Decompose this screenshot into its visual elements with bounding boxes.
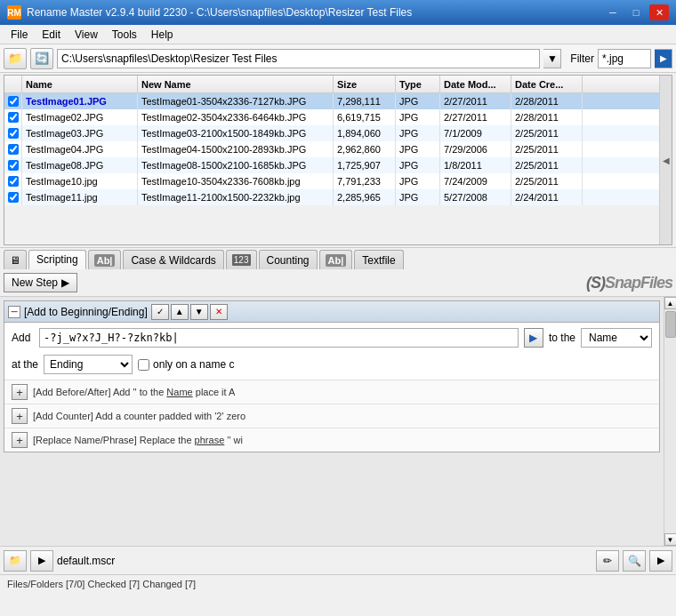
table-row[interactable]: TestImage02.JPG TestImage02-3504x2336-64… (4, 109, 659, 125)
cell-datecre: 2/24/2011 (511, 189, 583, 205)
row-checkbox[interactable] (8, 176, 19, 187)
minimize-button[interactable]: ─ (603, 4, 623, 20)
bottom-open-button[interactable]: 📁 (4, 550, 27, 572)
menu-view[interactable]: View (68, 27, 105, 43)
tab-scripting[interactable]: Scripting (28, 250, 86, 269)
add-input[interactable] (39, 328, 519, 348)
cell-type: JPG (396, 109, 440, 125)
table-row[interactable]: TestImage03.JPG TestImage03-2100x1500-18… (4, 125, 659, 141)
col-header-check[interactable] (4, 76, 22, 92)
slot-add-button-2[interactable]: + (12, 408, 28, 424)
slot-add-button-1[interactable]: + (12, 384, 28, 400)
cell-newname: TestImage02-3504x2336-6464kb.JPG (138, 109, 334, 125)
col-header-datecre[interactable]: Date Cre... (511, 76, 583, 92)
menu-tools[interactable]: Tools (105, 27, 144, 43)
close-button[interactable]: ✕ (649, 4, 669, 20)
new-step-label: New Step (12, 276, 58, 289)
scroll-down-button[interactable]: ▼ (664, 533, 677, 546)
cell-newname: TestImage10-3504x2336-7608kb.jpg (138, 173, 334, 189)
menu-file[interactable]: File (4, 27, 35, 43)
slot-add-button-3[interactable]: + (12, 432, 28, 448)
col-header-type[interactable]: Type (396, 76, 440, 92)
bottom-play-button[interactable]: ▶ (30, 550, 53, 572)
pencil-button[interactable]: ✏ (596, 550, 619, 572)
new-step-button[interactable]: New Step ▶ (4, 273, 77, 292)
step-close-button[interactable]: ✕ (210, 304, 228, 320)
tab-counting[interactable]: Counting (259, 250, 318, 269)
file-list-container: Name New Name Size Type Date Mod... Date… (4, 76, 659, 244)
folder-open-button[interactable]: 📁 (4, 48, 27, 69)
name-select[interactable]: Name (581, 328, 652, 348)
row-checkbox[interactable] (8, 192, 19, 203)
scrollbar[interactable]: ▲ ▼ (664, 297, 676, 546)
tab-case-wildcards-icon[interactable]: Ab| (88, 250, 122, 269)
cell-name: TestImage11.jpg (22, 189, 138, 205)
step-title: [Add to Beginning/Ending] (24, 306, 148, 318)
snapfiles-logo: (S)SnapFiles (586, 274, 672, 292)
row-checkbox[interactable] (8, 160, 19, 171)
col-header-name[interactable]: Name (22, 76, 138, 92)
step-up-button[interactable]: ▲ (171, 304, 189, 320)
step-check-button[interactable]: ✓ (151, 304, 169, 320)
filter-arrow-button[interactable]: ▶ (655, 49, 672, 68)
table-row[interactable]: TestImage01.JPG TestImage01-3504x2336-71… (4, 93, 659, 109)
cell-name: TestImage03.JPG (22, 125, 138, 141)
cell-size: 6,619,715 (334, 109, 396, 125)
ab-icon: Ab| (94, 254, 116, 267)
tab-textfile-icon[interactable]: Ab| (319, 250, 353, 269)
maximize-button[interactable]: □ (626, 4, 646, 20)
cell-size: 2,285,965 (334, 189, 396, 205)
at-label: at the (12, 358, 38, 371)
window-controls: ─ □ ✕ (603, 4, 669, 20)
menu-edit[interactable]: Edit (35, 27, 68, 43)
status-text: Files/Folders [7/0] Checked [7] Changed … (7, 579, 196, 589)
cell-size: 2,962,860 (334, 141, 396, 157)
table-row[interactable]: TestImage08.JPG TestImage08-1500x2100-16… (4, 157, 659, 173)
tab-icon-scripting[interactable]: 🖥 (4, 250, 27, 269)
bottom-extra-button[interactable]: ▶ (649, 550, 672, 572)
path-field[interactable]: C:\Users\snapfiles\Desktop\Resizer Test … (57, 49, 540, 68)
tab-textfile[interactable]: Textfile (354, 250, 403, 269)
step-collapse-button[interactable]: ─ (8, 306, 20, 318)
only-checkbox[interactable] (138, 359, 149, 371)
row-checkbox[interactable] (8, 112, 19, 123)
cell-datecre: 2/25/2011 (511, 141, 583, 157)
menu-help[interactable]: Help (144, 27, 181, 43)
row-checkbox[interactable] (8, 96, 19, 107)
slot-text-1: [Add Before/After] Add '' to the Name pl… (33, 387, 235, 397)
cell-type: JPG (396, 189, 440, 205)
scroll-thumb[interactable] (665, 311, 676, 338)
add-label: Add (12, 332, 34, 344)
ending-select[interactable]: Ending (44, 355, 133, 374)
counter-icon: 123 (232, 254, 251, 266)
row-checkbox[interactable] (8, 144, 19, 155)
slot-row: + [Add Counter] Add a counter padded wit… (4, 404, 659, 428)
refresh-button[interactable]: 🔄 (30, 48, 53, 69)
list-side-arrow[interactable]: ◀ (659, 76, 672, 244)
table-row[interactable]: TestImage11.jpg TestImage11-2100x1500-22… (4, 189, 659, 205)
at-row: at the Ending only on a name c (4, 353, 659, 380)
tab-counting-icon[interactable]: 123 (226, 250, 257, 269)
scripting-area: ─ [Add to Beginning/Ending] ✓ ▲ ▼ ✕ Add … (0, 297, 676, 546)
step-area: New Step ▶ (S)SnapFiles (0, 269, 676, 297)
col-header-newname[interactable]: New Name (138, 76, 334, 92)
cell-datemod: 5/27/2008 (440, 189, 511, 205)
add-play-button[interactable]: ▶ (524, 328, 543, 348)
title-bar: RM Rename Master v2.9.4 build 2230 - C:\… (0, 0, 676, 25)
col-header-datemod[interactable]: Date Mod... (440, 76, 511, 92)
menu-bar: File Edit View Tools Help (0, 25, 676, 44)
scroll-up-button[interactable]: ▲ (664, 297, 677, 309)
tab-case-wildcards[interactable]: Case & Wildcards (123, 250, 223, 269)
path-dropdown[interactable]: ▼ (543, 49, 561, 68)
cell-datecre: 2/25/2011 (511, 157, 583, 173)
row-checkbox[interactable] (8, 128, 19, 139)
filter-input[interactable] (598, 49, 651, 68)
col-header-size[interactable]: Size (334, 76, 396, 92)
table-row[interactable]: TestImage04.JPG TestImage04-1500x2100-28… (4, 141, 659, 157)
search-button[interactable]: 🔍 (623, 550, 646, 572)
tabs-container: 🖥 Scripting Ab| Case & Wildcards 123 Cou… (0, 247, 676, 269)
textfile-icon: Ab| (326, 254, 347, 267)
step-down-button[interactable]: ▼ (190, 304, 208, 320)
cell-type: JPG (396, 141, 440, 157)
table-row[interactable]: TestImage10.jpg TestImage10-3504x2336-76… (4, 173, 659, 189)
